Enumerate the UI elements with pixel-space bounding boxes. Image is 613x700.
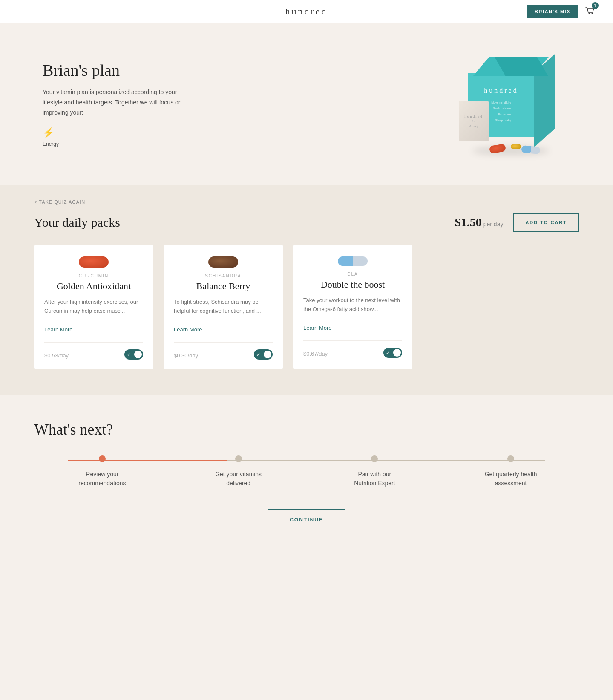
box-taglines: Move mindfullySeek balanceEat wholeSleep… <box>491 100 511 124</box>
card-name-curcumin: Golden Antioxidant <box>44 281 143 292</box>
svg-point-1 <box>592 13 593 14</box>
step-label-1: Review your recommendations <box>75 470 130 488</box>
card-desc-cla: Take your workout to the next level with… <box>303 296 402 320</box>
step-dot-4 <box>507 455 514 462</box>
card-footer-schisandra: $0.30/day ✓ <box>174 342 273 360</box>
step-label-3: Pair with our Nutrition Expert <box>347 470 402 488</box>
step-2: Get your vitamins delivered <box>170 455 307 488</box>
cards-row: CURCUMIN Golden Antioxidant After your h… <box>34 245 579 369</box>
card-cla: CLA Double the boost Take your workout t… <box>293 245 412 369</box>
header-right: BRIAN'S MIX 1 <box>527 5 596 18</box>
step-label-4: Get quarterly health assessment <box>483 470 538 488</box>
step-dot-3 <box>371 455 378 462</box>
pill-schisandra <box>208 256 238 268</box>
packet-sub: for <box>472 120 475 123</box>
card-footer-cla: $0.67/day ✓ <box>303 340 402 358</box>
take-quiz-link[interactable]: < TAKE QUIZ AGAIN <box>34 199 85 205</box>
card-desc-schisandra: To fight stress, Schisandra may be helpf… <box>174 298 273 321</box>
packet-brand: hundred <box>464 114 483 118</box>
price-unit: per day <box>483 221 504 228</box>
product-box-container: hundred Move mindfullySeek balanceEat wh… <box>451 49 570 159</box>
price-value: $1.50 <box>455 216 482 229</box>
step-dot-1 <box>99 455 106 462</box>
whats-next-section: What's next? Review your recommendations… <box>0 395 613 565</box>
brian-mix-button[interactable]: BRIAN'S MIX <box>527 5 578 18</box>
toggle-check-cla: ✓ <box>386 350 390 356</box>
card-subtitle-cla: CLA <box>303 272 402 277</box>
card-name-cla: Double the boost <box>303 279 402 290</box>
card-subtitle-schisandra: SCHISANDRA <box>174 274 273 278</box>
add-to-cart-button[interactable]: ADD TO CART <box>513 213 579 232</box>
toggle-schisandra[interactable]: ✓ <box>254 349 273 360</box>
step-dot-2 <box>235 455 242 462</box>
packs-price-group: $1.50per day ADD TO CART <box>455 213 579 232</box>
continue-button[interactable]: CONTINUE <box>268 509 345 530</box>
hero-section: Brian's plan Your vitamin plan is person… <box>0 23 613 185</box>
logo: hundred <box>285 6 328 17</box>
hero-left: Brian's plan Your vitamin plan is person… <box>43 61 187 147</box>
product-box: hundred Move mindfullySeek balanceEat wh… <box>455 57 566 159</box>
daily-packs-section: < TAKE QUIZ AGAIN Your daily packs $1.50… <box>0 185 613 395</box>
pill-cla <box>338 256 368 266</box>
toggle-curcumin[interactable]: ✓ <box>124 349 143 360</box>
step-label-2: Get your vitamins delivered <box>211 470 266 488</box>
learn-more-schisandra[interactable]: Learn More <box>174 326 202 333</box>
toggle-track-cla[interactable]: ✓ <box>383 348 402 358</box>
toggle-cla[interactable]: ✓ <box>383 348 402 358</box>
card-subtitle-curcumin: CURCUMIN <box>44 274 143 278</box>
hero-focus-group: ⚡ Energy <box>43 127 187 147</box>
hero-description: Your vitamin plan is personalized accord… <box>43 87 187 118</box>
toggle-track-curcumin[interactable]: ✓ <box>124 349 143 360</box>
header: hundred BRIAN'S MIX 1 <box>0 0 613 23</box>
focus-label: Energy <box>43 141 59 147</box>
lightning-icon: ⚡ <box>43 127 54 138</box>
card-schisandra: SCHISANDRA Balance Berry To fight stress… <box>164 245 283 369</box>
total-price: $1.50per day <box>455 216 504 229</box>
svg-point-0 <box>589 13 590 14</box>
card-price-schisandra: $0.30/day <box>174 350 198 360</box>
card-price-curcumin: $0.53/day <box>44 350 69 360</box>
toggle-thumb-cla <box>393 349 401 357</box>
toggle-thumb-schisandra <box>264 351 271 358</box>
learn-more-curcumin[interactable]: Learn More <box>44 326 72 333</box>
toggle-thumb-curcumin <box>134 351 142 358</box>
pill-image-cla <box>303 256 402 266</box>
packet-name: Avery <box>469 124 478 128</box>
step-1: Review your recommendations <box>34 455 170 488</box>
packs-title: Your daily packs <box>34 215 120 230</box>
steps-container: Review your recommendations Get your vit… <box>34 455 579 488</box>
packs-header: Your daily packs $1.50per day ADD TO CAR… <box>34 213 579 232</box>
packet: hundred for Avery <box>459 101 489 141</box>
learn-more-cla[interactable]: Learn More <box>303 325 331 331</box>
pill-yellow <box>511 144 521 149</box>
card-footer-curcumin: $0.53/day ✓ <box>44 342 143 360</box>
toggle-check-schisandra: ✓ <box>256 352 260 357</box>
toggle-track-schisandra[interactable]: ✓ <box>254 349 273 360</box>
step-3: Pair with our Nutrition Expert <box>307 455 443 488</box>
pill-curcumin <box>79 256 109 268</box>
hero-title: Brian's plan <box>43 61 187 80</box>
continue-btn-wrap: CONTINUE <box>34 509 579 530</box>
toggle-check-curcumin: ✓ <box>127 352 131 357</box>
card-price-cla: $0.67/day <box>303 348 328 358</box>
box-brand-text: hundred <box>484 87 518 95</box>
step-4: Get quarterly health assessment <box>443 455 579 488</box>
whats-next-title: What's next? <box>34 421 579 438</box>
pill-image-schisandra <box>174 256 273 268</box>
card-name-schisandra: Balance Berry <box>174 281 273 292</box>
card-curcumin: CURCUMIN Golden Antioxidant After your h… <box>34 245 153 369</box>
card-desc-curcumin: After your high intensity exercises, our… <box>44 298 143 321</box>
cart-badge: 1 <box>592 2 599 9</box>
hero-right: hundred Move mindfullySeek balanceEat wh… <box>451 49 570 159</box>
cart-icon-wrap[interactable]: 1 <box>584 5 596 18</box>
pill-image-curcumin <box>44 256 143 268</box>
